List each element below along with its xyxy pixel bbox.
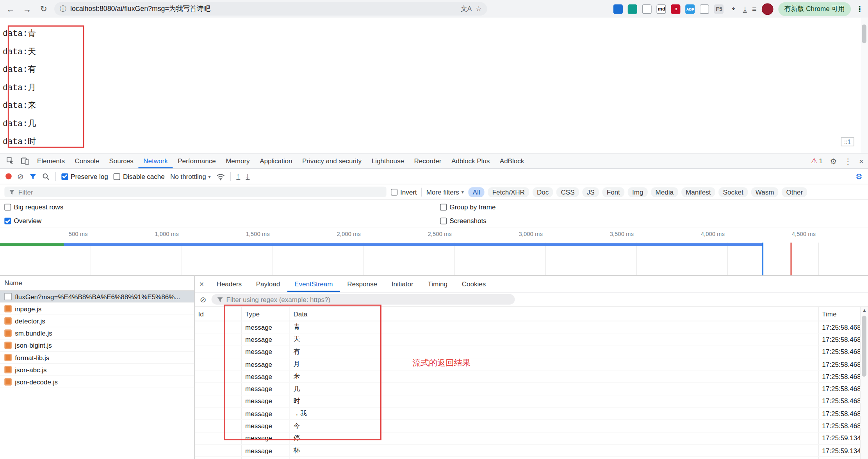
- id-column-header[interactable]: Id: [195, 307, 242, 320]
- checkbox-unchecked[interactable]: [440, 218, 447, 224]
- filter-chip[interactable]: Doc: [533, 187, 553, 197]
- eventstream-row[interactable]: message 有 17:25:58.468: [195, 346, 860, 359]
- checkbox-checked[interactable]: [4, 218, 11, 224]
- request-row[interactable]: sm.bundle.js: [0, 327, 194, 339]
- devtools-tab[interactable]: Performance: [173, 154, 221, 168]
- filter-chip[interactable]: All: [468, 187, 485, 197]
- time-column-header[interactable]: Time: [818, 307, 860, 320]
- request-row[interactable]: json-abc.js: [0, 364, 194, 376]
- record-network-log-icon[interactable]: [5, 173, 12, 180]
- checkbox-checked[interactable]: [61, 173, 68, 180]
- clear-eventstream-icon[interactable]: ⊘: [200, 295, 207, 304]
- translate-icon[interactable]: 文A: [461, 4, 472, 14]
- devtools-tab[interactable]: Adblock Plus: [446, 154, 495, 168]
- devtools-tab[interactable]: Elements: [32, 154, 70, 168]
- eventstream-row[interactable]: message ，我 17:25:58.468: [195, 408, 860, 420]
- f5-extension-icon[interactable]: F5: [715, 4, 724, 14]
- eventstream-row[interactable]: message 时 17:25:58.468: [195, 395, 860, 408]
- network-conditions-icon[interactable]: [216, 173, 225, 180]
- site-info-icon[interactable]: ⓘ: [60, 4, 66, 14]
- detail-tab[interactable]: Payload: [249, 276, 287, 292]
- detail-tab[interactable]: Response: [340, 276, 384, 292]
- back-icon[interactable]: ←: [4, 4, 16, 14]
- inspect-element-icon[interactable]: [4, 157, 18, 165]
- checkbox-unchecked[interactable]: [391, 189, 397, 195]
- filter-chip[interactable]: Media: [651, 187, 678, 197]
- type-column-header[interactable]: Type: [242, 307, 290, 320]
- page-scrollbar[interactable]: [861, 18, 868, 153]
- detail-tab[interactable]: EventStream: [287, 276, 340, 292]
- devtools-settings-icon[interactable]: ⚙: [830, 157, 837, 166]
- detail-tab[interactable]: Initiator: [384, 276, 421, 292]
- filter-chip[interactable]: CSS: [556, 187, 579, 197]
- notes-extension-icon[interactable]: [700, 4, 709, 14]
- import-har-icon[interactable]: ↑: [236, 173, 240, 180]
- side-panel-icon[interactable]: ≡: [752, 4, 757, 13]
- filter-chip[interactable]: Other: [782, 187, 807, 197]
- filter-chip[interactable]: Manifest: [681, 187, 715, 197]
- filter-chip[interactable]: Wasm: [751, 187, 778, 197]
- request-row[interactable]: detector.js: [0, 315, 194, 327]
- devtools-tab[interactable]: Recorder: [409, 154, 446, 168]
- devtools-tab[interactable]: AdBlock: [495, 154, 529, 168]
- reader-extension-icon[interactable]: B: [671, 4, 681, 14]
- eventstream-scrollbar[interactable]: ▲: [860, 307, 868, 459]
- data-column-header[interactable]: Data: [290, 310, 818, 318]
- chrome-update-chip[interactable]: 有新版 Chrome 可用: [778, 2, 851, 16]
- overview-checkbox[interactable]: Overview: [4, 217, 41, 225]
- bookmark-star-icon[interactable]: ☆: [476, 5, 481, 13]
- search-icon[interactable]: [42, 173, 50, 180]
- adblock-plus-extension-icon[interactable]: ABP: [686, 4, 695, 14]
- preserve-log-checkbox[interactable]: Preserve log: [61, 173, 108, 180]
- devtools-tab[interactable]: Memory: [221, 154, 255, 168]
- eventstream-row[interactable]: message 青 17:25:58.468: [195, 321, 860, 334]
- detail-tab[interactable]: Cookies: [454, 276, 493, 292]
- eventstream-row[interactable]: message 一 17:25:59.134: [195, 457, 860, 459]
- devtools-tab[interactable]: Privacy and security: [297, 154, 367, 168]
- eventstream-filter-input[interactable]: Filter using regex (example: https?): [211, 294, 515, 305]
- throttling-select[interactable]: No throttling ▾: [170, 173, 211, 180]
- checkbox-unchecked[interactable]: [114, 173, 120, 180]
- filter-chip[interactable]: Font: [602, 187, 624, 197]
- checkbox-unchecked[interactable]: [440, 204, 447, 211]
- name-column-header[interactable]: Name: [0, 276, 194, 291]
- export-har-icon[interactable]: ↓: [246, 173, 250, 180]
- devtools-menu-icon[interactable]: ⋮: [844, 157, 852, 166]
- markdown-extension-icon[interactable]: md: [657, 4, 666, 14]
- network-overview-timeline[interactable]: 500 ms1,000 ms1,500 ms2,000 ms2,500 ms3,…: [0, 228, 868, 276]
- filter-input[interactable]: Filter: [4, 187, 386, 197]
- request-row[interactable]: inpage.js: [0, 303, 194, 315]
- address-bar[interactable]: ⓘ localhost:8080/ai/fluxGen?msg=为我写首诗吧 文…: [54, 2, 487, 16]
- eventstream-row[interactable]: message 几 17:25:58.468: [195, 383, 860, 395]
- device-toolbar-icon[interactable]: [18, 157, 32, 165]
- checkbox-unchecked[interactable]: [4, 204, 11, 211]
- eventstream-row[interactable]: message 杯 17:25:59.134: [195, 445, 860, 457]
- filter-chip[interactable]: Socket: [718, 187, 748, 197]
- eventstream-row[interactable]: message 今 17:25:58.468: [195, 420, 860, 432]
- network-settings-gear-icon[interactable]: ⚙: [856, 172, 863, 181]
- close-detail-icon[interactable]: ×: [199, 279, 204, 288]
- request-row[interactable]: json-decode.js: [0, 376, 194, 388]
- devtools-tab[interactable]: Network: [139, 154, 173, 168]
- invert-checkbox[interactable]: Invert: [391, 188, 417, 196]
- detail-tab[interactable]: Timing: [421, 276, 454, 292]
- eventstream-row[interactable]: message 来 17:25:58.468: [195, 371, 860, 383]
- filter-chip[interactable]: Img: [628, 187, 648, 197]
- request-row[interactable]: fluxGen?msg=%E4%B8%BA%E6%88%91%E5%86%...: [0, 291, 194, 303]
- filter-chip[interactable]: Fetch/XHR: [488, 187, 529, 197]
- eventstream-row[interactable]: message 停 17:25:59.134: [195, 432, 860, 445]
- request-row[interactable]: json-bigint.js: [0, 339, 194, 352]
- forward-icon[interactable]: →: [21, 4, 33, 14]
- page-scrollbar-thumb[interactable]: [862, 24, 866, 43]
- eventstream-scrollbar-thumb[interactable]: [862, 316, 866, 377]
- more-filters-button[interactable]: More filters ▾: [426, 188, 464, 196]
- devtools-tab[interactable]: Console: [70, 154, 104, 168]
- teal-extension-icon[interactable]: [642, 4, 652, 14]
- disable-cache-checkbox[interactable]: Disable cache: [114, 173, 165, 180]
- blue-extension-icon[interactable]: [628, 4, 637, 14]
- eventstream-row[interactable]: message 天 17:25:58.468: [195, 334, 860, 346]
- browser-menu-icon[interactable]: ⋮: [856, 4, 864, 13]
- issues-badge[interactable]: ⚠ 1: [811, 157, 823, 165]
- group-by-frame-checkbox[interactable]: Group by frame: [440, 203, 495, 211]
- profile-avatar[interactable]: [761, 3, 773, 15]
